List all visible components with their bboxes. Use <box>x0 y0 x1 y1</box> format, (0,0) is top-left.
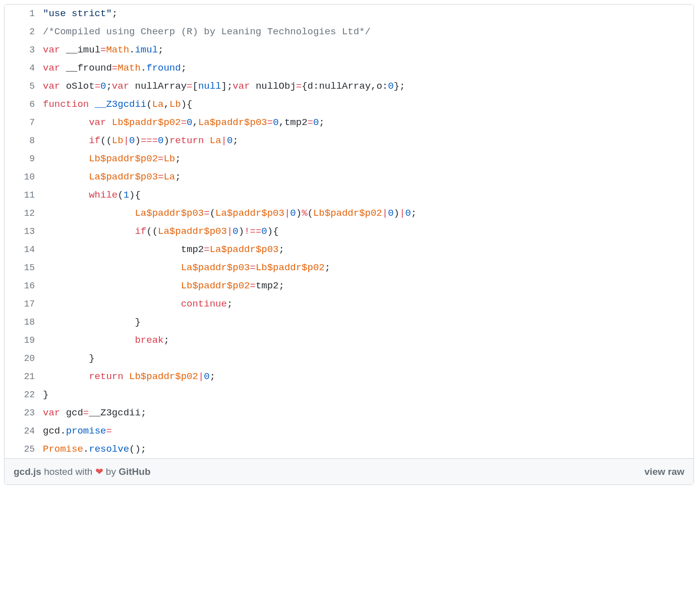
line-number[interactable]: 8 <box>5 132 43 150</box>
line-number[interactable]: 11 <box>5 186 43 204</box>
gist-container: 1"use strict";2/*Compiled using Cheerp (… <box>4 4 694 485</box>
line-number[interactable]: 23 <box>5 404 43 422</box>
line-number[interactable]: 21 <box>5 367 43 386</box>
code-content[interactable]: La$paddr$p03=(La$paddr$p03|0)%(Lb$paddr$… <box>43 204 693 222</box>
line-number[interactable]: 25 <box>5 440 43 458</box>
line-number[interactable]: 20 <box>5 349 43 367</box>
line-number[interactable]: 2 <box>5 23 43 41</box>
code-content[interactable]: function __Z3gcdii(La,Lb){ <box>43 95 693 113</box>
view-raw-link[interactable]: view raw <box>645 466 684 477</box>
code-content[interactable]: var gcd=__Z3gcdii; <box>43 404 693 422</box>
code-content[interactable]: Lb$paddr$p02=tmp2; <box>43 277 693 295</box>
code-content[interactable]: /*Compiled using Cheerp (R) by Leaning T… <box>43 23 693 41</box>
line-number[interactable]: 9 <box>5 150 43 168</box>
hosted-with-text: hosted with <box>41 466 95 477</box>
code-line: 8 if((Lb|0)===0)return La|0; <box>5 132 693 150</box>
code-area: 1"use strict";2/*Compiled using Cheerp (… <box>5 5 693 458</box>
code-line: 13 if((La$paddr$p03|0)!==0){ <box>5 222 693 240</box>
code-content[interactable]: tmp2=La$paddr$p03; <box>43 240 693 259</box>
line-number[interactable]: 14 <box>5 240 43 259</box>
code-line: 12 La$paddr$p03=(La$paddr$p03|0)%(Lb$pad… <box>5 204 693 222</box>
code-content[interactable]: return Lb$paddr$p02|0; <box>43 367 693 386</box>
gist-meta-right: view raw <box>645 466 684 477</box>
code-line: 16 Lb$paddr$p02=tmp2; <box>5 277 693 295</box>
code-line: 23var gcd=__Z3gcdii; <box>5 404 693 422</box>
code-line: 18 } <box>5 313 693 331</box>
line-number[interactable]: 6 <box>5 95 43 113</box>
code-table: 1"use strict";2/*Compiled using Cheerp (… <box>5 5 693 458</box>
code-content[interactable]: La$paddr$p03=La; <box>43 168 693 186</box>
line-number[interactable]: 3 <box>5 41 43 59</box>
code-content[interactable]: Lb$paddr$p02=Lb; <box>43 150 693 168</box>
gist-filename-link[interactable]: gcd.js <box>14 466 41 477</box>
line-number[interactable]: 10 <box>5 168 43 186</box>
by-text: by <box>103 466 119 477</box>
line-number[interactable]: 17 <box>5 295 43 313</box>
code-content[interactable]: var __fround=Math.fround; <box>43 59 693 77</box>
line-number[interactable]: 4 <box>5 59 43 77</box>
code-line: 6function __Z3gcdii(La,Lb){ <box>5 95 693 113</box>
code-content[interactable]: var oSlot=0;var nullArray=[null];var nul… <box>43 77 693 95</box>
code-content[interactable]: Promise.resolve(); <box>43 440 693 458</box>
line-number[interactable]: 15 <box>5 259 43 277</box>
code-line: 24gcd.promise= <box>5 422 693 440</box>
code-content[interactable]: var Lb$paddr$p02=0,La$paddr$p03=0,tmp2=0… <box>43 113 693 132</box>
code-line: 25Promise.resolve(); <box>5 440 693 458</box>
code-content[interactable]: while(1){ <box>43 186 693 204</box>
code-content[interactable]: } <box>43 313 693 331</box>
code-line: 11 while(1){ <box>5 186 693 204</box>
code-content[interactable]: if((La$paddr$p03|0)!==0){ <box>43 222 693 240</box>
code-line: 5var oSlot=0;var nullArray=[null];var nu… <box>5 77 693 95</box>
code-content[interactable]: continue; <box>43 295 693 313</box>
code-content[interactable]: break; <box>43 331 693 349</box>
line-number[interactable]: 19 <box>5 331 43 349</box>
code-line: 21 return Lb$paddr$p02|0; <box>5 367 693 386</box>
line-number[interactable]: 1 <box>5 5 43 23</box>
line-number[interactable]: 16 <box>5 277 43 295</box>
line-number[interactable]: 5 <box>5 77 43 95</box>
gist-meta-bar: gcd.js hosted with ❤ by GitHub view raw <box>5 458 693 484</box>
code-line: 17 continue; <box>5 295 693 313</box>
gist-meta-left: gcd.js hosted with ❤ by GitHub <box>14 466 151 477</box>
code-content[interactable]: La$paddr$p03=Lb$paddr$p02; <box>43 259 693 277</box>
line-number[interactable]: 12 <box>5 204 43 222</box>
code-line: 22} <box>5 386 693 404</box>
code-line: 4var __fround=Math.fround; <box>5 59 693 77</box>
heart-icon: ❤ <box>95 466 103 477</box>
code-content[interactable]: } <box>43 349 693 367</box>
code-line: 15 La$paddr$p03=Lb$paddr$p02; <box>5 259 693 277</box>
code-line: 3var __imul=Math.imul; <box>5 41 693 59</box>
code-line: 19 break; <box>5 331 693 349</box>
code-line: 10 La$paddr$p03=La; <box>5 168 693 186</box>
code-line: 7 var Lb$paddr$p02=0,La$paddr$p03=0,tmp2… <box>5 113 693 132</box>
line-number[interactable]: 7 <box>5 113 43 132</box>
code-content[interactable]: } <box>43 386 693 404</box>
code-line: 9 Lb$paddr$p02=Lb; <box>5 150 693 168</box>
code-content[interactable]: gcd.promise= <box>43 422 693 440</box>
line-number[interactable]: 24 <box>5 422 43 440</box>
code-line: 1"use strict"; <box>5 5 693 23</box>
github-link[interactable]: GitHub <box>119 466 150 477</box>
code-line: 20 } <box>5 349 693 367</box>
code-content[interactable]: if((Lb|0)===0)return La|0; <box>43 132 693 150</box>
line-number[interactable]: 18 <box>5 313 43 331</box>
code-line: 14 tmp2=La$paddr$p03; <box>5 240 693 259</box>
code-line: 2/*Compiled using Cheerp (R) by Leaning … <box>5 23 693 41</box>
line-number[interactable]: 22 <box>5 386 43 404</box>
code-content[interactable]: var __imul=Math.imul; <box>43 41 693 59</box>
code-content[interactable]: "use strict"; <box>43 5 693 23</box>
line-number[interactable]: 13 <box>5 222 43 240</box>
